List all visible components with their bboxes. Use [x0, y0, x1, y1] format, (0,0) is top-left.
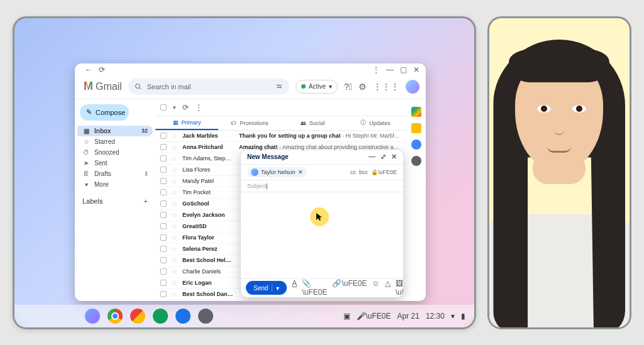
help-icon[interactable]: ?⃝ — [344, 82, 352, 92]
chrome-icon[interactable] — [108, 309, 123, 324]
tab-updates[interactable]: ⓘUpdates — [344, 116, 407, 130]
chevron-down-icon[interactable]: ▾ — [173, 104, 176, 111]
settings-app-icon[interactable] — [198, 309, 213, 324]
row-checkbox[interactable] — [160, 223, 167, 229]
search-tune-icon[interactable] — [275, 83, 283, 90]
star-icon[interactable]: ☆ — [172, 234, 177, 241]
link-icon[interactable]: 🔗\uFE0E — [332, 279, 367, 297]
more-actions-icon[interactable]: ⋮ — [195, 103, 203, 112]
recipient-chip[interactable]: Taylor Nelson ✕ — [247, 167, 307, 177]
row-checkbox[interactable] — [160, 212, 167, 218]
row-checkbox[interactable] — [160, 234, 167, 241]
sidebar-item-sent[interactable]: ➤Sent — [77, 158, 153, 168]
sidebar-item-inbox[interactable]: ▦Inbox32 — [77, 126, 153, 136]
sidebar-item-snoozed[interactable]: ⏱Snoozed — [77, 147, 153, 158]
contacts-addon-icon[interactable] — [411, 156, 421, 166]
status-chip[interactable]: Active ▾ — [296, 80, 338, 94]
drive-icon[interactable]: △ — [385, 279, 391, 297]
compose-to-row[interactable]: Taylor Nelson ✕ cc bcc 🔒\uFE0E — [241, 164, 403, 180]
gmail-app-icon[interactable] — [130, 309, 145, 324]
bcc-button[interactable]: bcc — [359, 169, 368, 175]
compose-expand-icon[interactable]: ⤢ — [380, 153, 386, 161]
tasks-addon-icon[interactable] — [411, 140, 421, 150]
image-icon[interactable]: 🖼\uFE0E — [396, 279, 403, 297]
compose-close-icon[interactable]: ✕ — [391, 153, 397, 161]
star-icon[interactable]: ☆ — [172, 167, 177, 173]
settings-gear-icon[interactable]: ⚙ — [358, 82, 367, 92]
launcher-icon[interactable] — [85, 309, 100, 324]
draft-icon: 📄︎ — [82, 170, 90, 177]
select-all-checkbox[interactable] — [160, 104, 167, 111]
cc-button[interactable]: cc — [350, 169, 356, 175]
star-icon[interactable]: ☆ — [172, 178, 177, 185]
email-from: Flora Taylor — [182, 234, 234, 241]
send-button[interactable]: Send ▾ — [246, 281, 287, 295]
star-icon: ☆ — [82, 138, 90, 145]
row-checkbox[interactable] — [160, 200, 167, 207]
row-checkbox[interactable] — [160, 167, 167, 173]
mic-icon[interactable]: 🎤\uFE0E — [357, 312, 391, 320]
row-checkbox[interactable] — [160, 178, 167, 184]
sidebar-item-drafts[interactable]: 📄︎Drafts1 — [77, 168, 153, 179]
row-checkbox[interactable] — [160, 291, 167, 297]
nav-reload-icon[interactable]: ⟳ — [99, 65, 105, 74]
phone-hub-icon[interactable]: ▣ — [343, 312, 350, 320]
sidebar-item-starred[interactable]: ☆Starred — [77, 136, 153, 147]
battery-icon[interactable]: ▮ — [461, 312, 465, 320]
email-from: GreatISD — [182, 223, 234, 229]
send-dropdown-icon[interactable]: ▾ — [272, 285, 279, 292]
tab-social[interactable]: 👥︎Social — [281, 116, 344, 130]
email-row[interactable]: ☆Jack MarblesThank you for setting up a … — [155, 131, 407, 142]
calendar-addon-icon[interactable] — [411, 107, 421, 117]
star-icon[interactable]: ☆ — [172, 280, 177, 287]
window-maximize-icon[interactable]: ▢ — [400, 65, 407, 74]
star-icon[interactable]: ☆ — [172, 155, 177, 162]
nav-back-icon[interactable]: ← — [85, 65, 92, 74]
tab-promotions[interactable]: 🏷︎Promotions — [218, 116, 281, 130]
window-more-icon[interactable]: ⋮ — [372, 65, 380, 74]
add-label-icon[interactable]: + — [144, 197, 148, 205]
row-checkbox[interactable] — [160, 268, 167, 275]
row-checkbox[interactable] — [160, 280, 167, 286]
star-icon[interactable]: ☆ — [172, 268, 177, 275]
row-checkbox[interactable] — [160, 246, 167, 252]
shelf-time[interactable]: 12:30 — [426, 312, 445, 320]
contacts-lock-icon[interactable]: 🔒\uFE0E — [371, 169, 397, 175]
apps-grid-icon[interactable]: ⋮⋮⋮ — [373, 82, 399, 92]
tab-primary[interactable]: ▦Primary — [155, 116, 218, 130]
star-icon[interactable]: ☆ — [172, 189, 177, 196]
keep-addon-icon[interactable] — [411, 123, 421, 133]
compose-button[interactable]: ✎ Compose — [80, 104, 129, 121]
star-icon[interactable]: ☆ — [172, 223, 177, 230]
star-icon[interactable]: ☆ — [172, 212, 177, 219]
row-checkbox[interactable] — [160, 133, 167, 139]
shelf-date[interactable]: Apr 21 — [397, 312, 419, 320]
refresh-icon[interactable]: ⟳ — [182, 103, 189, 112]
search-input[interactable]: Search in mail — [128, 79, 289, 95]
compose-subject-input[interactable]: Subject| — [241, 180, 403, 192]
compose-body-input[interactable] — [241, 192, 403, 278]
row-checkbox[interactable] — [160, 189, 167, 195]
star-icon[interactable]: ☆ — [172, 144, 177, 151]
sheets-app-icon[interactable] — [153, 309, 168, 324]
star-icon[interactable]: ☆ — [172, 200, 177, 207]
star-icon[interactable]: ☆ — [172, 257, 177, 264]
window-close-icon[interactable]: ✕ — [413, 65, 419, 74]
emoji-icon[interactable]: ☺ — [372, 279, 379, 297]
star-icon[interactable]: ☆ — [172, 291, 177, 298]
wifi-icon[interactable]: ▾ — [451, 312, 455, 320]
chip-remove-icon[interactable]: ✕ — [298, 169, 303, 175]
format-icon[interactable]: A — [292, 279, 297, 297]
star-icon[interactable]: ☆ — [172, 133, 177, 140]
recipient-avatar-icon — [251, 168, 258, 176]
star-icon[interactable]: ☆ — [172, 246, 177, 253]
row-checkbox[interactable] — [160, 155, 167, 162]
row-checkbox[interactable] — [160, 144, 167, 150]
compose-minimize-icon[interactable]: — — [369, 153, 375, 161]
account-avatar[interactable] — [406, 80, 419, 94]
window-minimize-icon[interactable]: — — [386, 65, 394, 74]
files-app-icon[interactable] — [175, 309, 191, 324]
sidebar-item-more[interactable]: ▾More — [77, 179, 153, 190]
row-checkbox[interactable] — [160, 257, 167, 263]
attach-icon[interactable]: 📎\uFE0E — [302, 279, 327, 297]
